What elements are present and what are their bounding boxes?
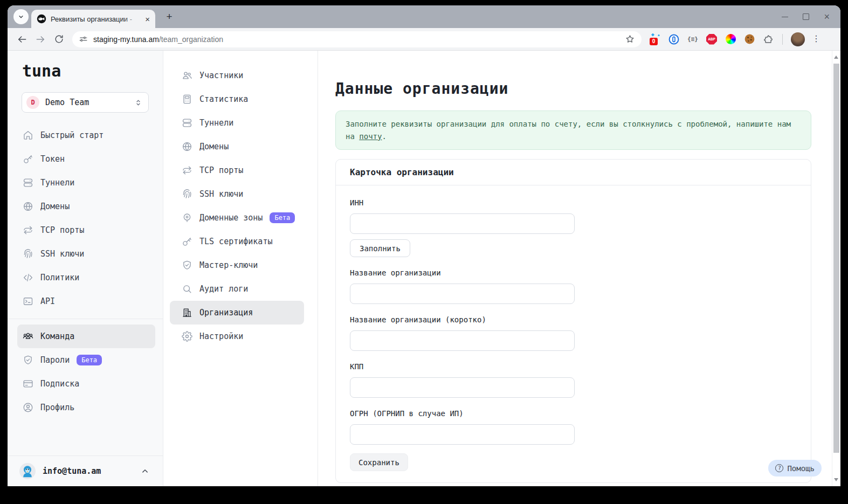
sidebar-item-team[interactable]: Команда [17,325,155,348]
alert-suffix: . [382,132,386,141]
shield-icon [23,355,33,365]
code-icon [23,272,33,283]
building-icon [182,307,192,318]
team-menu-item-audit-logs-label: Аудит логи [199,284,248,294]
sidebar-item-passwords[interactable]: ПаролиБета [17,348,155,372]
cookie-extension-icon[interactable] [743,33,755,45]
team-menu-item-tcp-ports[interactable]: TCP порты [170,158,304,182]
team-menu-item-domain-zones[interactable]: Доменные зоныБета [170,206,304,230]
sparkle-icon [658,34,660,37]
info-alert: Заполните реквизиты организации для опла… [335,111,811,150]
page-scrollbar[interactable] [832,51,840,486]
user-circle-icon [23,402,33,413]
browser-tab[interactable]: Реквизиты организации - t × [31,10,155,28]
user-account-row[interactable]: info@tuna.am [8,455,163,486]
sidebar-item-quick-start-label: Быстрый старт [40,130,104,140]
new-tab-button[interactable]: + [163,10,176,23]
braces-extension-icon[interactable]: {≡} [687,33,699,45]
globe-icon [182,141,192,152]
sidebar-item-tcp-ports[interactable]: TCP порты [17,218,155,242]
tab-search-button[interactable] [13,9,29,24]
team-menu-item-members-label: Участники [199,71,243,80]
team-menu-item-audit-logs[interactable]: Аудит логи [170,277,304,301]
reload-button[interactable] [51,31,67,47]
sidebar-item-ssh-keys[interactable]: SSH ключи [17,242,155,266]
minimize-button[interactable] [782,17,788,17]
sidebar-divider [8,319,163,319]
scrollbar-down-arrow[interactable] [834,478,838,481]
sidebar-item-api-label: API [40,296,55,306]
team-menu-item-domains[interactable]: Домены [170,135,304,158]
mail-link[interactable]: почту [359,132,382,141]
sidebar-item-quick-start[interactable]: Быстрый старт [17,123,155,147]
sidebar-item-domains[interactable]: Домены [17,195,155,218]
sidebar-item-ssh-keys-label: SSH ключи [40,249,84,259]
team-menu-item-settings[interactable]: Настройки [170,325,304,348]
team-menu-item-ssh-keys[interactable]: SSH ключи [170,182,304,206]
ublock-badge: 0 [650,38,658,45]
team-menu-item-master-keys-label: Мастер-ключи [199,260,258,270]
sidebar-item-api[interactable]: API [17,289,155,313]
team-menu-item-members[interactable]: Участники [170,64,304,87]
users3-icon [23,331,33,342]
page-title: Данные организации [335,80,832,98]
url-bar[interactable]: staging-my.tuna.am/team_organization [72,31,642,47]
chevron-down-icon [17,13,25,20]
team-menu-item-statistics-label: Статистика [199,94,248,104]
screen: { "colors": { "accent_purple": "#7b70f7"… [0,0,848,504]
field-label-kpp: КПП [350,362,797,371]
kpp-input[interactable] [350,377,575,398]
org-name-input[interactable] [350,284,575,304]
team-menu-item-organization-label: Организация [199,308,253,317]
bookmark-button[interactable] [625,34,635,44]
browser-profile-avatar[interactable] [791,32,805,46]
swap-icon [23,225,33,236]
team-menu-item-master-keys[interactable]: Мастер-ключи [170,253,304,277]
back-button[interactable] [14,31,30,47]
extensions-menu-button[interactable] [762,33,774,45]
maximize-button[interactable] [803,13,809,20]
sidebar-item-profile[interactable]: Профиль [17,396,155,419]
team-menu-item-statistics[interactable]: Статистика [170,87,304,111]
team-selector[interactable]: D Demo Team [22,92,149,113]
main-sidebar: tuna D Demo Team Быстрый стартТокенТунне… [8,51,163,486]
search-icon [182,284,192,294]
org-name-short-input[interactable] [350,330,575,351]
scrollbar-up-arrow[interactable] [834,56,838,59]
reload-icon [54,34,64,44]
card-icon [23,378,33,389]
help-button[interactable]: ? Помощь [768,460,822,477]
shield-icon [182,260,192,271]
forward-button[interactable] [32,31,49,47]
save-button[interactable]: Сохранить [350,453,408,471]
extensions-area: 0 {≡} ABP ⋮ [649,32,819,46]
ogrn-input[interactable] [350,424,575,445]
fill-button[interactable]: Заполнить [350,239,410,257]
team-menu-item-domain-zones-label: Доменные зоны [199,213,263,223]
ublock-extension-icon[interactable]: 0 [649,33,661,45]
sidebar-item-policies[interactable]: Политики [17,266,155,289]
inn-input[interactable] [350,213,575,234]
team-menu-item-tls-certificates[interactable]: TLS сертификаты [170,230,304,253]
cookie-icon [744,33,755,45]
tab-close-icon[interactable]: × [145,15,150,23]
pin-icon [182,212,192,223]
sidebar-item-token[interactable]: Токен [17,147,155,171]
sidebar-item-tunnels[interactable]: Туннели [17,171,155,195]
sidebar-item-passwords-label: Пароли [40,355,70,365]
team-menu-item-settings-label: Настройки [199,332,243,341]
team-menu-item-tunnels[interactable]: Туннели [170,111,304,135]
user-avatar [19,463,36,479]
scrollbar-thumb[interactable] [833,64,839,453]
close-window-button[interactable]: × [824,12,830,22]
team-menu-item-organization[interactable]: Организация [170,301,304,325]
adblock-plus-extension-icon[interactable]: ABP [706,33,718,45]
key-icon [23,154,33,164]
sidebar-item-team-label: Команда [40,332,74,341]
browser-menu-button[interactable]: ⋮ [812,37,819,42]
team-avatar: D [26,96,39,109]
onepassword-extension-icon[interactable] [668,33,680,45]
color-wheel-extension-icon[interactable] [725,33,736,45]
sidebar-item-subscription[interactable]: Подписка [17,372,155,396]
home-icon [23,130,33,141]
